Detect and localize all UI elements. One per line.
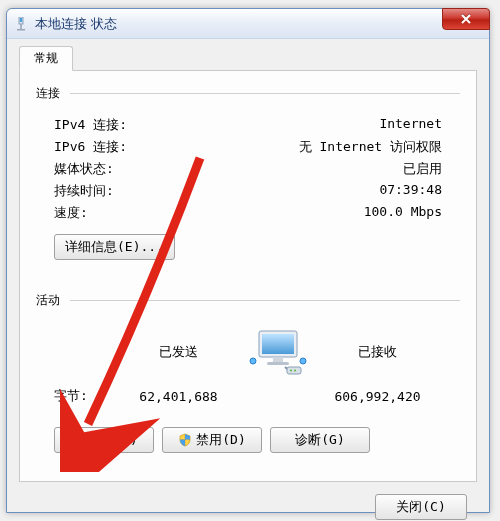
row-speed: 速度: 100.0 Mbps [36,202,460,224]
titlebar[interactable]: 本地连接 状态 [7,9,489,39]
connection-group: 连接 IPv4 连接: Internet IPv6 连接: 无 Internet… [36,85,460,270]
label: IPv6 连接: [54,138,127,156]
shield-icon [178,433,192,447]
activity-bytes: 字节: 62,401,688 606,992,420 [36,381,460,409]
label: IPv4 连接: [54,116,127,134]
value: 100.0 Mbps [364,204,442,222]
disable-button[interactable]: 禁用(D) [162,427,262,453]
close-icon [460,14,472,24]
svg-rect-1 [20,18,22,22]
bytes-label: 字节: [54,387,114,405]
svg-rect-6 [273,357,283,362]
label: 速度: [54,204,88,222]
svg-point-11 [250,358,256,364]
svg-point-9 [290,370,292,372]
close-dialog-button[interactable]: 关闭(C) [375,494,467,520]
details-button[interactable]: 详细信息(E)... [54,234,175,260]
row-ipv6: IPv6 连接: 无 Internet 访问权限 [36,136,460,158]
button-label: 属性(P) [88,431,137,449]
received-label: 已接收 [313,343,442,361]
close-button[interactable] [442,8,490,30]
sent-label: 已发送 [114,343,243,361]
value: 已启用 [403,160,442,178]
svg-point-12 [300,358,306,364]
connection-group-title: 连接 [36,85,460,106]
monitor-icon [243,327,313,377]
value: 07:39:48 [379,182,442,200]
dialog-body: 常规 连接 IPv4 连接: Internet IPv6 连接: 无 Inter… [7,39,489,521]
activity-header: 已发送 [36,321,460,381]
tab-general[interactable]: 常规 [19,46,73,71]
window-title: 本地连接 状态 [35,15,117,33]
row-duration: 持续时间: 07:39:48 [36,180,460,202]
button-label: 禁用(D) [196,431,245,449]
window: 本地连接 状态 常规 连接 IPv4 连接: Internet IPv6 连接: [6,8,490,513]
shield-icon [70,433,84,447]
svg-rect-5 [262,334,294,354]
network-icon [13,16,29,32]
label: 媒体状态: [54,160,114,178]
svg-rect-3 [17,29,25,31]
row-media-state: 媒体状态: 已启用 [36,158,460,180]
tab-panel: 连接 IPv4 连接: Internet IPv6 连接: 无 Internet… [19,70,477,482]
diagnose-button[interactable]: 诊断(G) [270,427,370,453]
value: 无 Internet 访问权限 [299,138,442,156]
bytes-sent: 62,401,688 [114,389,243,404]
row-ipv4: IPv4 连接: Internet [36,114,460,136]
divider [70,93,460,94]
svg-rect-2 [20,24,22,29]
footer: 关闭(C) [19,482,477,520]
value: Internet [379,116,442,134]
label: 持续时间: [54,182,114,200]
action-buttons: 属性(P) 禁用(D) [54,427,460,453]
divider [70,300,460,301]
activity-group: 活动 已发送 [36,292,460,453]
properties-button[interactable]: 属性(P) [54,427,154,453]
tab-bar: 常规 [19,47,477,71]
svg-rect-7 [267,362,289,365]
activity-group-title: 活动 [36,292,460,313]
button-label: 诊断(G) [295,431,344,449]
bytes-received: 606,992,420 [313,389,442,404]
svg-point-10 [294,370,296,372]
